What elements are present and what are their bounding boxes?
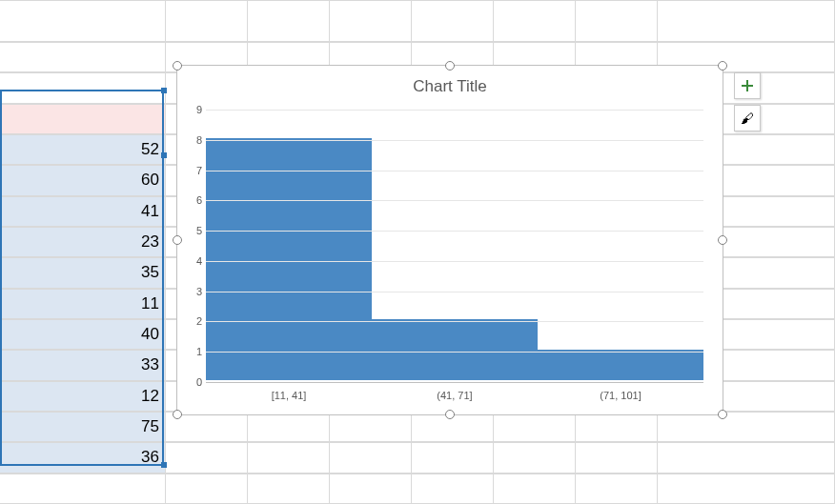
cell-b-5[interactable]: 11 (0, 289, 166, 319)
resize-handle[interactable] (718, 61, 727, 71)
resize-handle[interactable] (445, 410, 455, 419)
x-tick-label: [11, 41] (272, 390, 307, 401)
cell-b-0[interactable]: 52 (0, 134, 166, 165)
gridline (206, 352, 703, 353)
resize-handle[interactable] (173, 61, 182, 71)
chart-elements-button[interactable] (734, 72, 761, 99)
y-tick-label: 4 (196, 255, 202, 267)
gridline (206, 171, 703, 171)
y-tick-label: 5 (196, 225, 202, 236)
gridline (206, 110, 703, 111)
active-cell[interactable] (0, 104, 166, 134)
selection-handle[interactable] (161, 462, 167, 468)
plot-area[interactable]: 0123456789 [11, 41](41, 71](71, 101] (206, 110, 703, 380)
cell-b-8[interactable]: 12 (0, 381, 166, 412)
gridline (206, 200, 703, 201)
resize-handle[interactable] (173, 410, 182, 419)
selection-handle[interactable] (161, 152, 167, 158)
y-tick-label: 9 (196, 104, 202, 115)
resize-handle[interactable] (718, 235, 727, 245)
plus-icon (742, 80, 753, 91)
y-tick-label: 6 (196, 194, 202, 206)
x-tick-label: (71, 101] (600, 390, 641, 401)
gridline (206, 231, 703, 232)
y-tick-label: 8 (196, 134, 202, 146)
selection-handle[interactable] (161, 88, 167, 93)
bar[interactable] (206, 138, 372, 380)
gridline (206, 292, 703, 292)
gridline (206, 321, 703, 322)
cell-b-2[interactable]: 41 (0, 196, 166, 227)
resize-handle[interactable] (445, 61, 455, 71)
cell-b-9[interactable]: 75 (0, 412, 166, 442)
y-tick-label: 1 (196, 346, 202, 357)
paintbrush-icon: 🖌 (741, 111, 754, 125)
bar[interactable] (372, 319, 538, 380)
chart-styles-button[interactable]: 🖌 (734, 105, 761, 131)
resize-handle[interactable] (173, 235, 182, 245)
y-tick-label: 7 (196, 165, 202, 176)
cell-b-3[interactable]: 23 (0, 227, 166, 257)
y-tick-label: 2 (196, 315, 202, 327)
gridline (206, 140, 703, 141)
cell-b-10[interactable]: 36 (0, 442, 166, 473)
resize-handle[interactable] (718, 410, 727, 419)
cell-b-7[interactable]: 33 (0, 350, 166, 380)
chart-object[interactable]: Chart Title 0123456789 [11, 41](41, 71](… (176, 65, 723, 415)
y-tick-label: 0 (196, 376, 202, 388)
gridline (206, 261, 703, 262)
gridline (206, 382, 703, 383)
y-tick-label: 3 (196, 286, 202, 297)
chart-title[interactable]: Chart Title (177, 77, 723, 96)
x-tick-label: (41, 71] (437, 390, 472, 401)
cell-b-1[interactable]: 60 (0, 165, 166, 195)
cell-b-4[interactable]: 35 (0, 257, 166, 288)
cell-b-6[interactable]: 40 (0, 319, 166, 350)
bar[interactable] (538, 350, 703, 380)
